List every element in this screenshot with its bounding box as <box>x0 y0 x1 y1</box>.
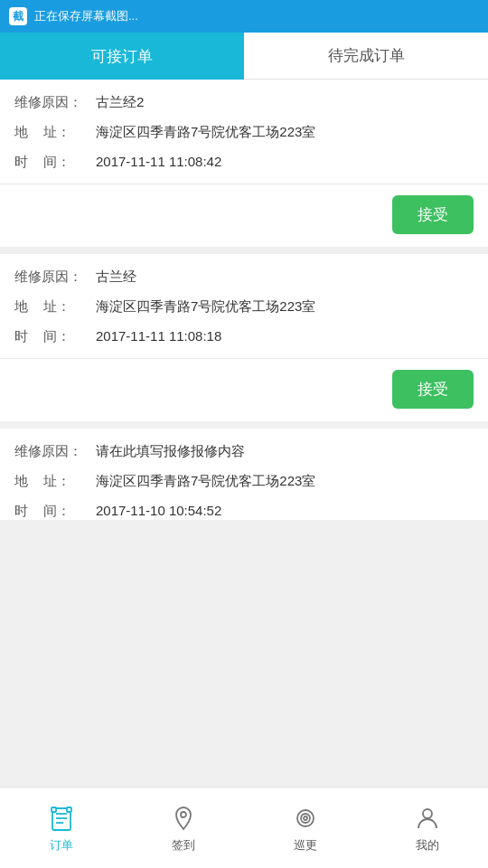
order-card-1: 维修原因： 古兰经2 地 址： 海淀区四季青路7号院优客工场223室 时 间： … <box>0 80 488 247</box>
svg-point-7 <box>297 810 314 826</box>
repair-reason-value-2: 古兰经 <box>96 269 474 286</box>
order-card-2: 维修原因： 古兰经 地 址： 海淀区四季青路7号院优客工场223室 时 间： 2… <box>0 254 488 421</box>
repair-reason-row-3: 维修原因： 请在此填写报修报修内容 <box>14 443 474 460</box>
status-bar: 截 正在保存屏幕截图... <box>0 0 488 33</box>
orders-list: 维修原因： 古兰经2 地 址： 海淀区四季青路7号院优客工场223室 时 间： … <box>0 80 488 787</box>
time-value-2: 2017-11-11 11:08:18 <box>96 328 474 344</box>
tab-available-orders[interactable]: 可接订单 <box>0 33 244 80</box>
address-value-1: 海淀区四季青路7号院优客工场223室 <box>96 124 474 141</box>
accept-btn-row-2: 接受 <box>14 359 474 421</box>
repair-reason-label-1: 维修原因： <box>14 94 96 111</box>
accept-button-2[interactable]: 接受 <box>392 370 474 409</box>
nav-item-patrol[interactable]: 巡更 <box>244 788 366 868</box>
bottom-nav: 订单 签到 巡更 我的 <box>0 787 488 868</box>
time-value-3: 2017-11-10 10:54:52 <box>96 503 474 518</box>
address-row-2: 地 址： 海淀区四季青路7号院优客工场223室 <box>14 298 474 316</box>
nav-item-checkin[interactable]: 签到 <box>122 788 244 868</box>
time-row-2: 时 间： 2017-11-11 11:08:18 <box>14 328 474 345</box>
repair-reason-row-2: 维修原因： 古兰经 <box>14 269 474 286</box>
repair-reason-label-2: 维修原因： <box>14 269 96 286</box>
nav-label-mine: 我的 <box>416 837 439 854</box>
nav-label-orders: 订单 <box>50 837 73 854</box>
svg-point-10 <box>423 809 432 818</box>
mine-icon <box>412 803 443 834</box>
svg-point-9 <box>304 816 307 820</box>
tab-pending-orders[interactable]: 待完成订单 <box>244 33 488 80</box>
accept-btn-row-1: 接受 <box>14 184 474 247</box>
time-label-2: 时 间： <box>14 328 96 345</box>
svg-point-8 <box>301 814 310 823</box>
address-row-3: 地 址： 海淀区四季青路7号院优客工场223室 <box>14 473 474 490</box>
repair-reason-value-1: 古兰经2 <box>96 94 474 111</box>
svg-rect-5 <box>67 807 71 812</box>
address-value-3: 海淀区四季青路7号院优客工场223室 <box>96 473 474 490</box>
nav-label-patrol: 巡更 <box>294 837 317 854</box>
time-label-1: 时 间： <box>14 154 96 171</box>
repair-reason-label-3: 维修原因： <box>14 443 96 460</box>
patrol-icon <box>290 803 321 834</box>
address-value-2: 海淀区四季青路7号院优客工场223室 <box>96 298 474 316</box>
tab-bar: 可接订单 待完成订单 <box>0 33 488 80</box>
app-icon: 截 <box>9 7 27 25</box>
repair-reason-value-3: 请在此填写报修报修内容 <box>96 443 474 460</box>
nav-item-mine[interactable]: 我的 <box>366 788 488 868</box>
repair-reason-row-1: 维修原因： 古兰经2 <box>14 94 474 111</box>
address-row-1: 地 址： 海淀区四季青路7号院优客工场223室 <box>14 124 474 141</box>
order-card-3: 维修原因： 请在此填写报修报修内容 地 址： 海淀区四季青路7号院优客工场223… <box>0 429 488 520</box>
accept-button-1[interactable]: 接受 <box>392 195 474 234</box>
time-value-1: 2017-11-11 11:08:42 <box>96 154 474 169</box>
checkin-icon <box>168 803 199 834</box>
status-text: 正在保存屏幕截图... <box>34 8 138 24</box>
svg-point-6 <box>181 812 186 817</box>
time-row-1: 时 间： 2017-11-11 11:08:42 <box>14 154 474 171</box>
time-row-3: 时 间： 2017-11-10 10:54:52 <box>14 503 474 520</box>
nav-item-orders[interactable]: 订单 <box>0 788 122 868</box>
time-label-3: 时 间： <box>14 503 96 520</box>
orders-icon <box>46 803 77 834</box>
nav-label-checkin: 签到 <box>172 837 195 854</box>
svg-rect-4 <box>52 807 56 812</box>
address-label-2: 地 址： <box>14 298 96 316</box>
address-label-3: 地 址： <box>14 473 96 490</box>
address-label-1: 地 址： <box>14 124 96 141</box>
